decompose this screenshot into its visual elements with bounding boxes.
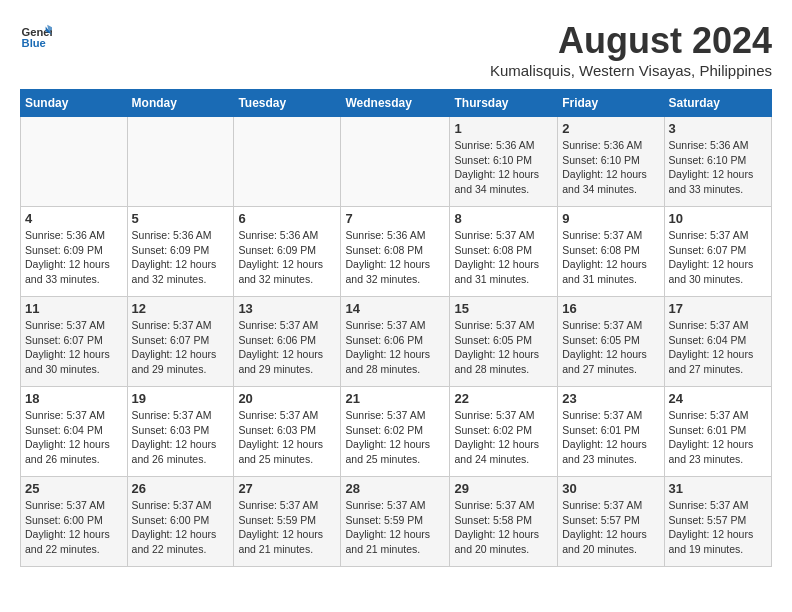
day-cell [21,117,128,207]
day-cell [127,117,234,207]
day-number: 28 [345,481,445,496]
day-content: Sunrise: 5:37 AM Sunset: 6:04 PM Dayligh… [669,318,767,377]
day-content: Sunrise: 5:37 AM Sunset: 6:06 PM Dayligh… [345,318,445,377]
day-content: Sunrise: 5:36 AM Sunset: 6:10 PM Dayligh… [454,138,553,197]
day-number: 19 [132,391,230,406]
day-content: Sunrise: 5:37 AM Sunset: 6:05 PM Dayligh… [454,318,553,377]
logo-icon: General Blue [20,20,52,52]
calendar-body: 1Sunrise: 5:36 AM Sunset: 6:10 PM Daylig… [21,117,772,567]
day-content: Sunrise: 5:37 AM Sunset: 6:07 PM Dayligh… [132,318,230,377]
day-number: 20 [238,391,336,406]
day-number: 15 [454,301,553,316]
day-cell: 16Sunrise: 5:37 AM Sunset: 6:05 PM Dayli… [558,297,664,387]
day-cell [234,117,341,207]
day-number: 3 [669,121,767,136]
day-content: Sunrise: 5:37 AM Sunset: 6:05 PM Dayligh… [562,318,659,377]
day-cell: 14Sunrise: 5:37 AM Sunset: 6:06 PM Dayli… [341,297,450,387]
day-content: Sunrise: 5:37 AM Sunset: 6:03 PM Dayligh… [238,408,336,467]
day-number: 14 [345,301,445,316]
day-cell: 24Sunrise: 5:37 AM Sunset: 6:01 PM Dayli… [664,387,771,477]
day-cell: 22Sunrise: 5:37 AM Sunset: 6:02 PM Dayli… [450,387,558,477]
day-content: Sunrise: 5:36 AM Sunset: 6:08 PM Dayligh… [345,228,445,287]
day-content: Sunrise: 5:37 AM Sunset: 6:01 PM Dayligh… [669,408,767,467]
day-number: 16 [562,301,659,316]
day-cell: 30Sunrise: 5:37 AM Sunset: 5:57 PM Dayli… [558,477,664,567]
day-cell [341,117,450,207]
header-cell-tuesday: Tuesday [234,90,341,117]
day-cell: 9Sunrise: 5:37 AM Sunset: 6:08 PM Daylig… [558,207,664,297]
day-number: 7 [345,211,445,226]
day-content: Sunrise: 5:37 AM Sunset: 6:00 PM Dayligh… [132,498,230,557]
header-row: SundayMondayTuesdayWednesdayThursdayFrid… [21,90,772,117]
day-content: Sunrise: 5:37 AM Sunset: 6:07 PM Dayligh… [25,318,123,377]
calendar-header: SundayMondayTuesdayWednesdayThursdayFrid… [21,90,772,117]
day-number: 5 [132,211,230,226]
week-row-4: 18Sunrise: 5:37 AM Sunset: 6:04 PM Dayli… [21,387,772,477]
svg-text:Blue: Blue [22,37,46,49]
day-cell: 8Sunrise: 5:37 AM Sunset: 6:08 PM Daylig… [450,207,558,297]
day-number: 31 [669,481,767,496]
week-row-1: 1Sunrise: 5:36 AM Sunset: 6:10 PM Daylig… [21,117,772,207]
day-number: 11 [25,301,123,316]
day-number: 4 [25,211,123,226]
header-cell-wednesday: Wednesday [341,90,450,117]
logo: General Blue [20,20,52,52]
day-cell: 17Sunrise: 5:37 AM Sunset: 6:04 PM Dayli… [664,297,771,387]
day-cell: 6Sunrise: 5:36 AM Sunset: 6:09 PM Daylig… [234,207,341,297]
day-number: 30 [562,481,659,496]
day-number: 27 [238,481,336,496]
day-cell: 1Sunrise: 5:36 AM Sunset: 6:10 PM Daylig… [450,117,558,207]
day-cell: 2Sunrise: 5:36 AM Sunset: 6:10 PM Daylig… [558,117,664,207]
header-cell-friday: Friday [558,90,664,117]
day-number: 26 [132,481,230,496]
day-cell: 10Sunrise: 5:37 AM Sunset: 6:07 PM Dayli… [664,207,771,297]
day-number: 1 [454,121,553,136]
day-number: 8 [454,211,553,226]
calendar-table: SundayMondayTuesdayWednesdayThursdayFrid… [20,89,772,567]
day-cell: 28Sunrise: 5:37 AM Sunset: 5:59 PM Dayli… [341,477,450,567]
day-content: Sunrise: 5:36 AM Sunset: 6:09 PM Dayligh… [238,228,336,287]
day-number: 23 [562,391,659,406]
day-content: Sunrise: 5:36 AM Sunset: 6:10 PM Dayligh… [562,138,659,197]
page-header: General Blue August 2024 Kumalisquis, We… [20,20,772,79]
day-cell: 4Sunrise: 5:36 AM Sunset: 6:09 PM Daylig… [21,207,128,297]
day-cell: 7Sunrise: 5:36 AM Sunset: 6:08 PM Daylig… [341,207,450,297]
title-area: August 2024 Kumalisquis, Western Visayas… [490,20,772,79]
day-cell: 19Sunrise: 5:37 AM Sunset: 6:03 PM Dayli… [127,387,234,477]
day-content: Sunrise: 5:37 AM Sunset: 5:59 PM Dayligh… [238,498,336,557]
day-cell: 21Sunrise: 5:37 AM Sunset: 6:02 PM Dayli… [341,387,450,477]
header-cell-monday: Monday [127,90,234,117]
week-row-5: 25Sunrise: 5:37 AM Sunset: 6:00 PM Dayli… [21,477,772,567]
header-cell-thursday: Thursday [450,90,558,117]
day-content: Sunrise: 5:37 AM Sunset: 5:59 PM Dayligh… [345,498,445,557]
day-content: Sunrise: 5:37 AM Sunset: 6:02 PM Dayligh… [345,408,445,467]
day-cell: 3Sunrise: 5:36 AM Sunset: 6:10 PM Daylig… [664,117,771,207]
day-content: Sunrise: 5:37 AM Sunset: 5:57 PM Dayligh… [562,498,659,557]
day-number: 2 [562,121,659,136]
day-cell: 26Sunrise: 5:37 AM Sunset: 6:00 PM Dayli… [127,477,234,567]
day-number: 13 [238,301,336,316]
day-content: Sunrise: 5:37 AM Sunset: 6:01 PM Dayligh… [562,408,659,467]
day-content: Sunrise: 5:36 AM Sunset: 6:10 PM Dayligh… [669,138,767,197]
month-year-title: August 2024 [490,20,772,62]
day-cell: 11Sunrise: 5:37 AM Sunset: 6:07 PM Dayli… [21,297,128,387]
week-row-2: 4Sunrise: 5:36 AM Sunset: 6:09 PM Daylig… [21,207,772,297]
day-cell: 5Sunrise: 5:36 AM Sunset: 6:09 PM Daylig… [127,207,234,297]
day-number: 24 [669,391,767,406]
day-cell: 13Sunrise: 5:37 AM Sunset: 6:06 PM Dayli… [234,297,341,387]
day-number: 10 [669,211,767,226]
day-content: Sunrise: 5:37 AM Sunset: 5:58 PM Dayligh… [454,498,553,557]
day-number: 18 [25,391,123,406]
day-content: Sunrise: 5:37 AM Sunset: 6:03 PM Dayligh… [132,408,230,467]
day-cell: 15Sunrise: 5:37 AM Sunset: 6:05 PM Dayli… [450,297,558,387]
day-content: Sunrise: 5:37 AM Sunset: 6:08 PM Dayligh… [562,228,659,287]
day-content: Sunrise: 5:37 AM Sunset: 6:04 PM Dayligh… [25,408,123,467]
day-content: Sunrise: 5:37 AM Sunset: 5:57 PM Dayligh… [669,498,767,557]
day-content: Sunrise: 5:37 AM Sunset: 6:00 PM Dayligh… [25,498,123,557]
day-number: 22 [454,391,553,406]
day-number: 6 [238,211,336,226]
day-number: 17 [669,301,767,316]
day-number: 25 [25,481,123,496]
day-cell: 25Sunrise: 5:37 AM Sunset: 6:00 PM Dayli… [21,477,128,567]
day-content: Sunrise: 5:37 AM Sunset: 6:07 PM Dayligh… [669,228,767,287]
